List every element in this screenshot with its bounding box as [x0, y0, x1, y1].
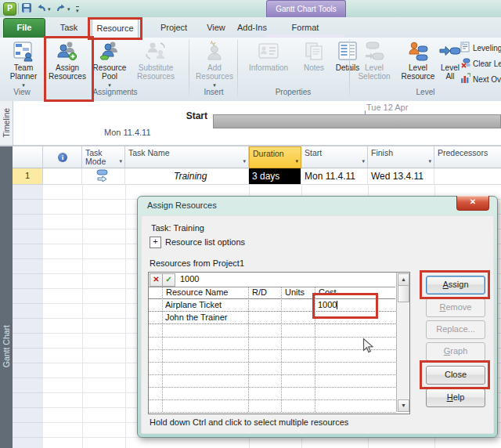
row-1-task-mode-cell[interactable]	[82, 168, 125, 185]
qat-customize-icon[interactable]: ▾	[76, 6, 79, 14]
information-button[interactable]: Information	[240, 39, 297, 88]
auto-scheduled-task-icon	[96, 169, 110, 182]
resource-list-options-expander[interactable]: +	[150, 237, 161, 248]
empty-resource-row[interactable]	[149, 362, 395, 375]
row-1-info-cell[interactable]	[43, 168, 82, 185]
help-button[interactable]: Help	[426, 388, 485, 407]
timeline-tick-label: Tue 12 Apr	[366, 103, 408, 112]
level-selection-button[interactable]: Level Selection	[352, 39, 396, 88]
rd-cell[interactable]	[248, 299, 281, 312]
timeline-pane: Timeline Start Mon 11.4.11 Tue 12 Apr	[0, 101, 501, 145]
edit-accept-button[interactable]: ✓	[162, 273, 175, 287]
title-bar: P ▾ ▾ ▾ Gantt Chart Tools	[0, 0, 501, 17]
grid-header-info[interactable]: i	[43, 146, 82, 168]
task-name-filter-icon[interactable]: ▾	[243, 157, 246, 165]
resource-name-cell[interactable]: John the Trainer	[162, 312, 248, 324]
clear-leveling-button[interactable]: Clear Lev	[460, 56, 501, 70]
empty-resource-row[interactable]	[149, 374, 395, 388]
grid-header-duration[interactable]: Duration ▾	[249, 146, 301, 168]
rd-header[interactable]: R/D	[248, 287, 281, 299]
tab-project[interactable]: Project	[153, 19, 194, 37]
row-1-duration-cell-selected[interactable]: 3 days	[249, 168, 301, 185]
undo-icon[interactable]	[36, 2, 49, 15]
dialog-close-button[interactable]: ✕	[456, 196, 489, 211]
information-label: Information	[249, 63, 288, 72]
group-label-level: Level	[350, 88, 501, 96]
graph-button[interactable]: Graph	[426, 342, 485, 361]
empty-resource-row[interactable]	[149, 324, 395, 338]
grid-corner-header[interactable]	[13, 146, 43, 168]
app-window: P ▾ ▾ ▾ Gantt Chart Tools File Task Reso…	[0, 0, 501, 448]
app-icon[interactable]: P	[3, 2, 16, 16]
row-selector-cell[interactable]	[149, 299, 162, 312]
edit-cancel-button[interactable]: ✕	[150, 273, 163, 287]
scroll-up-icon[interactable]: ▲	[398, 273, 409, 286]
information-icon	[258, 40, 279, 62]
row-1-task-name-cell[interactable]: Training	[125, 168, 249, 185]
group-separator	[189, 39, 189, 97]
grid-header-task-mode[interactable]: Task Mode ▾	[82, 146, 125, 168]
units-cell[interactable]	[281, 312, 315, 324]
resource-name-cell[interactable]: Airplane Ticket	[162, 299, 248, 312]
level-all-button[interactable]: Level All	[438, 39, 462, 88]
tab-view[interactable]: View	[200, 19, 232, 37]
add-resources-button[interactable]: Add Resources ▾	[193, 39, 236, 88]
finish-filter-icon[interactable]: ▾	[428, 157, 431, 165]
row-1-number[interactable]: 1	[13, 168, 43, 185]
team-planner-button[interactable]: Team Planner ▾	[3, 39, 44, 88]
empty-resource-row[interactable]	[149, 349, 395, 363]
gantt-pane-label-strip[interactable]: Gantt Chart	[0, 146, 13, 448]
grid-header-start[interactable]: Start ▾	[301, 146, 368, 168]
redo-icon[interactable]	[56, 2, 68, 15]
level-resource-label: Level Resource	[398, 63, 438, 81]
start-filter-icon[interactable]: ▾	[362, 157, 365, 165]
next-overallocation-button[interactable]: Next Ove	[460, 72, 501, 86]
resource-table-scrollbar[interactable]: ▲ ▼	[396, 273, 409, 412]
tab-file[interactable]: File	[3, 18, 45, 38]
substitute-resources-label: Substitute Resources	[130, 63, 182, 81]
grid-header-predecessors-label: Predecessors	[438, 148, 488, 157]
rd-cell[interactable]	[248, 312, 281, 324]
grid-header-finish[interactable]: Finish ▾	[368, 146, 434, 168]
dialog-task-label: Task: Training	[151, 223, 204, 233]
empty-resource-row[interactable]	[149, 399, 395, 413]
resource-pool-button[interactable]: Resource Pool ▾	[90, 39, 129, 88]
notes-button[interactable]: Notes	[298, 39, 330, 88]
empty-resource-row[interactable]	[149, 337, 395, 350]
duration-filter-icon[interactable]: ▾	[295, 157, 298, 165]
resource-list-options-label[interactable]: Resource list options	[165, 237, 245, 247]
empty-resource-row[interactable]	[149, 387, 395, 400]
resource-name-header[interactable]: Resource Name	[162, 287, 248, 299]
row-1-start-cell[interactable]: Mon 11.4.11	[301, 168, 368, 185]
level-resource-button[interactable]: Level Resource	[398, 39, 438, 88]
edit-field-value[interactable]: 1000	[180, 274, 199, 284]
scroll-down-icon[interactable]: ▼	[398, 399, 409, 412]
remove-button[interactable]: Remove	[426, 298, 485, 317]
level-all-icon	[439, 40, 461, 62]
timeline-bar[interactable]	[213, 114, 501, 128]
grid-header-task-name[interactable]: Task Name ▾	[125, 146, 249, 168]
substitute-resources-button[interactable]: Substitute Resources	[130, 39, 182, 88]
team-planner-icon	[13, 40, 34, 62]
dialog-title: Assign Resources	[147, 201, 217, 210]
row-1-finish-cell[interactable]: Wed 13.4.11	[368, 168, 434, 185]
leveling-options-button[interactable]: Leveling	[460, 41, 501, 55]
grid-header-task-mode-label: Task Mode	[85, 149, 110, 166]
row-selector-cell[interactable]	[149, 312, 162, 324]
undo-dropdown-icon[interactable]: ▾	[48, 6, 51, 13]
task-mode-filter-icon[interactable]: ▾	[119, 157, 122, 165]
units-header[interactable]: Units	[281, 287, 315, 299]
timeline-tick-mark	[365, 110, 366, 115]
timeline-pane-label-strip[interactable]: Timeline	[0, 101, 13, 145]
tab-format[interactable]: Format	[266, 19, 344, 37]
tab-task[interactable]: Task	[52, 19, 86, 37]
redo-dropdown-icon[interactable]: ▾	[67, 6, 70, 13]
scrollbar-thumb[interactable]	[398, 285, 409, 302]
row-1-predecessors-cell[interactable]	[434, 168, 501, 185]
tab-addins[interactable]: Add-Ins	[233, 19, 271, 37]
grid-header-predecessors[interactable]: Predecessors	[434, 146, 501, 168]
units-cell[interactable]	[281, 299, 315, 312]
replace-button[interactable]: Replace...	[426, 320, 485, 339]
dialog-hint-text: Hold down Ctrl and click to select multi…	[150, 417, 348, 427]
save-icon[interactable]	[21, 2, 34, 15]
